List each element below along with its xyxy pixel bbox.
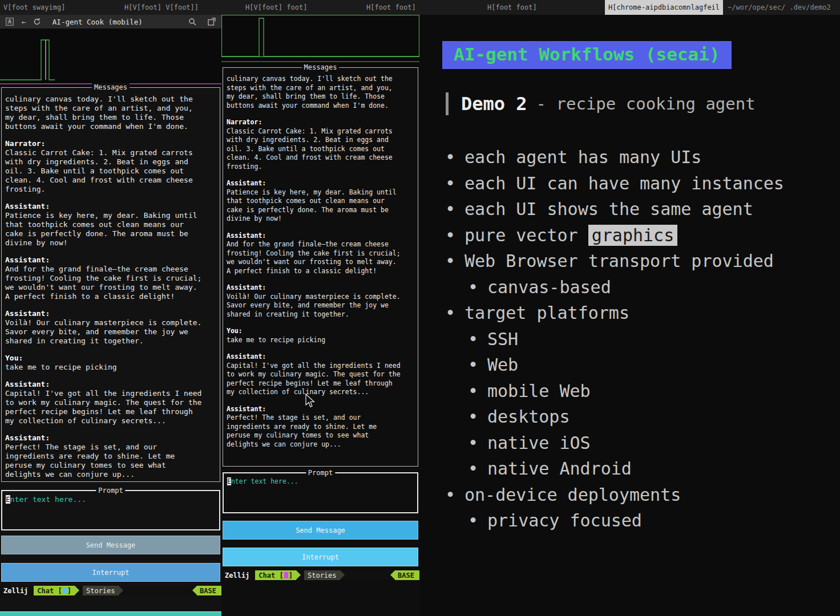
message-block: You:take me to recipe picking bbox=[5, 354, 206, 372]
message-block: Assistant:Perfect! The stage is set, and… bbox=[227, 405, 402, 449]
left-messages-list[interactable]: culinary canvas today. I'll sketch out t… bbox=[2, 88, 220, 481]
bullet-text: native Android bbox=[487, 459, 632, 479]
refresh-icon[interactable] bbox=[33, 18, 41, 26]
bullet-dot: • bbox=[468, 510, 487, 530]
slide-bullet: •pure vector graphics bbox=[445, 222, 833, 249]
left-chat-indicator bbox=[63, 587, 67, 594]
prompt-panel-label: Prompt bbox=[306, 469, 335, 477]
message-block: You:take me to recipe picking bbox=[227, 327, 402, 345]
pane-mobile-chat: A ← AI-gent Cook (mobile) Messages cu bbox=[0, 15, 221, 616]
bullet-text: each agent has many UIs bbox=[465, 147, 701, 167]
bullet-dot: • bbox=[468, 329, 487, 349]
message-text: Capital! I've got all the ingredients I … bbox=[227, 362, 402, 397]
activity-chart bbox=[0, 29, 221, 87]
bullet-text: privacy focused bbox=[487, 510, 642, 530]
messages-panel-label: Messages bbox=[92, 83, 130, 91]
desktop: V[foot swayimg]H[V[foot] V[foot]]H[V[foo… bbox=[0, 0, 840, 616]
tab-window[interactable]: H[V[foot] foot] bbox=[242, 0, 363, 15]
slide-heading: Demo 2 - recipe cooking agent bbox=[446, 92, 756, 115]
activity-chart bbox=[221, 15, 419, 66]
bullet-text: Web bbox=[487, 355, 518, 375]
bullet-text: canvas-based bbox=[487, 277, 611, 297]
slide-bullet: •SSH bbox=[445, 326, 833, 352]
interrupt-button[interactable]: Interrupt bbox=[1, 563, 220, 582]
message-block: Assistant:Capital! I've got all the ingr… bbox=[5, 380, 206, 425]
mid-statusbar: Zellij Chat [] Stories BASE bbox=[221, 570, 419, 580]
interrupt-button[interactable]: Interrupt bbox=[223, 548, 418, 566]
mid-chat-indicator bbox=[284, 572, 288, 578]
bracket-close: ] bbox=[289, 572, 293, 579]
mouse-cursor bbox=[305, 394, 316, 408]
mid-messages-list[interactable]: culinary canvas today. I'll sketch out t… bbox=[223, 68, 418, 466]
message-text: Classic Carrot Cake: 1. Mix grated carro… bbox=[227, 127, 402, 172]
message-text: Voilà! Our culinary masterpiece is compl… bbox=[227, 293, 402, 319]
message-text: culinary canvas today. I'll sketch out t… bbox=[227, 75, 402, 110]
background-window-edge bbox=[0, 611, 221, 616]
bracket-open: [ bbox=[280, 572, 284, 579]
left-statusbar: Zellij Chat [] Stories BASE bbox=[0, 586, 221, 595]
avatar: A bbox=[6, 18, 14, 26]
slide-bullet: •mobile Web bbox=[445, 378, 833, 404]
bullet-dot: • bbox=[445, 251, 465, 271]
message-speaker: Assistant: bbox=[5, 256, 206, 265]
slide-bullet: •desktops bbox=[445, 404, 833, 430]
bracket-open: [ bbox=[58, 587, 62, 595]
window-tabbar: V[foot swayimg]H[V[foot] V[foot]]H[V[foo… bbox=[0, 0, 840, 15]
popout-icon[interactable] bbox=[208, 18, 216, 26]
bullet-text: each UI shows the same agent bbox=[465, 199, 753, 219]
message-speaker: Assistant: bbox=[5, 380, 206, 389]
statusbar-tab-chat[interactable]: Chat [] bbox=[34, 586, 75, 595]
message-text: And for the grand finale—the cream chees… bbox=[5, 265, 206, 301]
slide-bullet: •target platforms bbox=[445, 300, 833, 326]
slide-bullet: •each agent has many UIs bbox=[445, 144, 833, 171]
statusbar-tab-chat[interactable]: Chat [] bbox=[255, 570, 296, 580]
highlighted-word: graphics bbox=[588, 225, 678, 246]
bullet-dot: • bbox=[468, 277, 487, 297]
slide-bullet: •native Android bbox=[445, 456, 833, 482]
message-block: Assistant:Perfect! The stage is set, and… bbox=[5, 433, 206, 479]
slide-bullet: •each UI shows the same agent bbox=[445, 196, 833, 222]
tab-window[interactable]: V[foot swayimg] bbox=[0, 0, 121, 15]
bullet-dot: • bbox=[445, 173, 465, 193]
tab-window[interactable]: H[foot foot] bbox=[363, 0, 484, 15]
bullet-dot: • bbox=[445, 303, 465, 323]
message-block: culinary canvas today. I'll sketch out t… bbox=[5, 95, 206, 131]
statusbar-session-name: Zellij bbox=[0, 587, 34, 595]
bullet-text: Web Browser transport provided bbox=[465, 251, 774, 271]
tab-window[interactable]: H[V[foot] V[foot]] bbox=[121, 0, 242, 15]
app-header: A ← AI-gent Cook (mobile) bbox=[0, 15, 221, 29]
send-message-button[interactable]: Send Message bbox=[223, 521, 418, 540]
message-speaker: Assistant: bbox=[5, 309, 206, 318]
statusbar-tab-stories[interactable]: Stories bbox=[83, 586, 119, 595]
bullet-dot: • bbox=[468, 433, 487, 453]
message-block: Assistant:And for the grand finale—the c… bbox=[5, 256, 206, 301]
chat-tab-label: Chat bbox=[37, 587, 54, 595]
bullet-text: pure vector graphics bbox=[465, 225, 677, 245]
prompt-panel-label: Prompt bbox=[96, 487, 125, 495]
stories-tab-label: Stories bbox=[308, 572, 337, 579]
bullet-dot: • bbox=[468, 381, 487, 401]
messages-panel-label: Messages bbox=[302, 63, 340, 71]
message-block: Assistant:Voilà! Our culinary masterpiec… bbox=[5, 309, 206, 346]
heading-strong: Demo 2 bbox=[461, 93, 527, 115]
bullet-dot: • bbox=[468, 407, 487, 427]
statusbar-mode-badge: BASE bbox=[197, 586, 221, 595]
message-text: Classic Carrot Cake: 1. Mix grated carro… bbox=[5, 148, 206, 194]
tab-active-window[interactable]: H[chrome-aipdbiacomnlagfeil bbox=[605, 0, 723, 15]
statusbar-tab-stories[interactable]: Stories bbox=[304, 570, 340, 580]
slide-bullet: •native iOS bbox=[445, 430, 833, 456]
message-text: Voilà! Our culinary masterpiece is compl… bbox=[5, 318, 206, 346]
send-message-button[interactable]: Send Message bbox=[1, 536, 220, 554]
search-icon[interactable] bbox=[188, 18, 196, 26]
back-icon[interactable]: ← bbox=[22, 18, 26, 26]
bullet-dot: • bbox=[445, 225, 465, 245]
message-speaker: Assistant: bbox=[227, 179, 402, 188]
bullet-dot: • bbox=[445, 147, 465, 167]
message-speaker: You: bbox=[5, 354, 206, 363]
message-speaker: Assistant: bbox=[227, 352, 402, 362]
tab-window[interactable]: H[foot foot] bbox=[484, 0, 605, 15]
slide-bullet: •on-device deployments bbox=[445, 482, 833, 508]
bracket-close: ] bbox=[67, 587, 71, 595]
messages-panel: Messages culinary canvas today. I'll ske… bbox=[1, 87, 220, 482]
message-text: Patience is key here, my dear. Baking un… bbox=[227, 188, 402, 224]
